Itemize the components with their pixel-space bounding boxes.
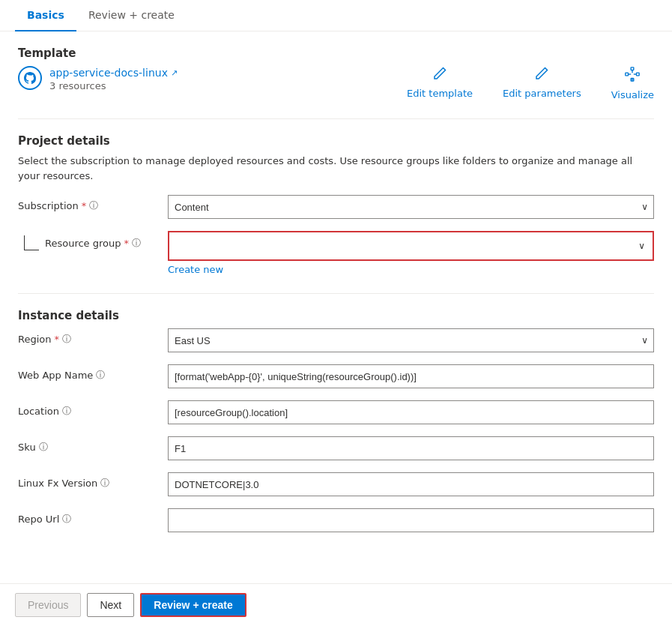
repo-url-label: Repo Url ⓘ xyxy=(18,508,168,526)
divider-2 xyxy=(18,293,654,294)
external-link-icon: ↗ xyxy=(171,68,178,78)
template-heading: Template xyxy=(18,46,654,60)
template-info: app-service-docs-linux ↗ 3 resources Edi… xyxy=(18,66,654,100)
create-new-link[interactable]: Create new xyxy=(168,264,654,275)
svg-rect-1 xyxy=(632,67,635,70)
project-details-heading: Project details xyxy=(18,134,654,148)
location-info-icon[interactable]: ⓘ xyxy=(62,405,71,418)
linux-fx-version-label: Linux Fx Version ⓘ xyxy=(18,472,168,490)
repo-url-control xyxy=(168,508,654,532)
sku-row: Sku ⓘ xyxy=(18,436,654,460)
subscription-required: * xyxy=(82,200,87,211)
template-actions: Edit template Edit parameters xyxy=(407,66,654,100)
github-icon xyxy=(18,66,42,92)
template-resources: 3 resources xyxy=(49,80,178,91)
svg-point-0 xyxy=(19,67,41,89)
region-row: Region * ⓘ East US ∨ xyxy=(18,328,654,352)
web-app-name-info-icon[interactable]: ⓘ xyxy=(96,369,105,382)
project-details-section: Project details Select the subscription … xyxy=(18,134,654,275)
location-input[interactable] xyxy=(168,400,654,424)
instance-details-section: Instance details Region * ⓘ East US ∨ We… xyxy=(18,309,654,532)
template-section: Template app-service-docs-linux ↗ 3 reso… xyxy=(18,46,654,100)
region-info-icon[interactable]: ⓘ xyxy=(62,333,71,346)
template-name-link[interactable]: app-service-docs-linux ↗ xyxy=(49,67,178,79)
resource-group-info-icon[interactable]: ⓘ xyxy=(132,237,141,250)
resource-group-control: ∨ Create new xyxy=(168,231,654,275)
visualize-action[interactable]: Visualize xyxy=(611,66,654,100)
subscription-control: Content ∨ xyxy=(168,195,654,219)
main-content: Template app-service-docs-linux ↗ 3 reso… xyxy=(0,31,672,565)
repo-url-input[interactable] xyxy=(168,508,654,532)
edit-template-icon xyxy=(432,66,447,83)
resource-group-select[interactable] xyxy=(171,234,651,258)
repo-url-info-icon[interactable]: ⓘ xyxy=(62,513,71,526)
location-control xyxy=(168,400,654,424)
edit-template-action[interactable]: Edit template xyxy=(407,66,473,100)
resource-group-error-border: ∨ xyxy=(168,231,654,261)
svg-rect-3 xyxy=(637,73,640,76)
sku-input[interactable] xyxy=(168,436,654,460)
web-app-name-input[interactable] xyxy=(168,364,654,388)
visualize-icon xyxy=(624,66,641,85)
subscription-select[interactable]: Content xyxy=(168,195,654,219)
region-required: * xyxy=(55,334,60,345)
location-row: Location ⓘ xyxy=(18,400,654,424)
subscription-info-icon[interactable]: ⓘ xyxy=(89,199,98,212)
template-name-block: app-service-docs-linux ↗ 3 resources xyxy=(49,67,178,91)
repo-url-row: Repo Url ⓘ xyxy=(18,508,654,532)
linux-fx-version-control xyxy=(168,472,654,496)
tab-basics[interactable]: Basics xyxy=(15,0,76,31)
region-label: Region * ⓘ xyxy=(18,328,168,346)
subscription-select-wrapper: Content ∨ xyxy=(168,195,654,219)
tab-review-create[interactable]: Review + create xyxy=(76,0,187,31)
template-left: app-service-docs-linux ↗ 3 resources xyxy=(18,66,178,92)
divider-1 xyxy=(18,118,654,119)
instance-details-heading: Instance details xyxy=(18,309,654,322)
web-app-name-control xyxy=(168,364,654,388)
resource-group-row: Resource group * ⓘ ∨ Create new xyxy=(18,231,654,275)
region-select[interactable]: East US xyxy=(168,328,654,352)
resource-group-required: * xyxy=(124,238,130,249)
sku-control xyxy=(168,436,654,460)
location-label: Location ⓘ xyxy=(18,400,168,418)
subscription-label: Subscription * ⓘ xyxy=(18,195,168,212)
linux-fx-version-row: Linux Fx Version ⓘ xyxy=(18,472,654,496)
sku-label: Sku ⓘ xyxy=(18,436,168,454)
web-app-name-row: Web App Name ⓘ xyxy=(18,364,654,388)
sku-info-icon[interactable]: ⓘ xyxy=(39,441,48,454)
svg-rect-2 xyxy=(626,73,629,76)
web-app-name-label: Web App Name ⓘ xyxy=(18,364,168,382)
linux-fx-info-icon[interactable]: ⓘ xyxy=(100,477,109,490)
project-description: Select the subscription to manage deploy… xyxy=(18,154,654,183)
edit-parameters-icon xyxy=(534,66,549,83)
tabs-bar: Basics Review + create xyxy=(0,0,672,31)
subscription-row: Subscription * ⓘ Content ∨ xyxy=(18,195,654,219)
region-control: East US ∨ xyxy=(168,328,654,352)
linux-fx-version-input[interactable] xyxy=(168,472,654,496)
region-select-wrapper: East US ∨ xyxy=(168,328,654,352)
resource-group-select-wrapper: ∨ xyxy=(171,234,651,258)
edit-parameters-action[interactable]: Edit parameters xyxy=(503,66,581,100)
indent-line xyxy=(24,235,39,250)
resource-group-label: Resource group * ⓘ xyxy=(18,231,168,250)
